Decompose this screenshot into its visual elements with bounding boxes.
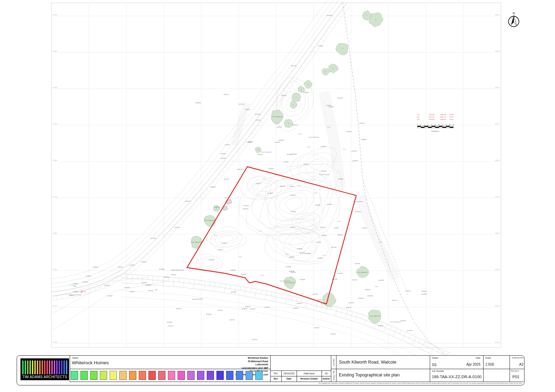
spot-level: 133.38: [328, 204, 332, 205]
colour-swatch: [255, 371, 263, 380]
revision-value: P01: [512, 375, 519, 379]
logo-bar: [32, 360, 33, 374]
spot-level: 136.33: [305, 92, 309, 93]
client-label: Client:: [72, 357, 79, 359]
logo-bar: [49, 360, 50, 374]
vegetation-label: Dense Vegetation: [280, 280, 290, 282]
job-ref-vertical-label: Job Ref.: [331, 356, 336, 369]
colour-swatch: [158, 371, 165, 380]
colour-swatch: [207, 371, 214, 380]
spot-level: 134.58: [210, 259, 214, 261]
spot-level: 135.45: [353, 150, 357, 152]
spot-level: 136.37: [319, 258, 323, 259]
contour-value-label: 136.5: [298, 133, 302, 135]
north-arrow-icon: N: [509, 11, 519, 27]
station-northing: 283846.441: [440, 119, 446, 120]
contour-line: [198, 256, 218, 269]
spot-level: 138.44: [270, 168, 274, 169]
spot-level: 132.22: [407, 290, 411, 292]
spot-level: 138.84: [290, 256, 294, 258]
tree: [336, 43, 348, 55]
spot-level: 134.31: [317, 242, 321, 243]
contour-value-label: 135.5: [263, 178, 266, 179]
spot-level: 131.77: [393, 300, 398, 301]
spot-level: 137.81: [335, 227, 339, 229]
spot-level: 134.89: [287, 266, 291, 268]
spot-level: 131.88: [232, 291, 236, 293]
spot-level: 138.69: [301, 252, 305, 254]
colour-swatch: [129, 371, 136, 380]
spot-level: 136.43: [256, 114, 260, 115]
spot-level: 133.22: [168, 322, 172, 323]
spot-level: 135.84: [314, 294, 318, 295]
spot-level: 139.30: [119, 267, 123, 268]
logo-bar: [46, 360, 48, 374]
trees: Dense VegetationDense VegetationDense Ve…: [191, 11, 383, 323]
drwg-title-vertical-text: Drwg. Title: [333, 370, 335, 380]
logo-bar: [29, 360, 31, 374]
size-value: A2: [510, 363, 523, 366]
drawing-title: Existing Topographical site plan: [339, 368, 400, 382]
scale-tick-label: 4: [424, 124, 425, 125]
logo-rainbow-bars-icon: [22, 360, 67, 374]
logo-bar: [34, 360, 36, 374]
spot-level: 130.39: [318, 299, 323, 301]
spot-level: 132.56: [408, 330, 412, 331]
grid-northing-label: 284200: [495, 14, 500, 16]
scale-bar-label: Scale Bar m: [432, 130, 439, 132]
field-boundary-dashed: [343, 3, 451, 358]
spot-level: 132.42: [347, 307, 351, 308]
contour-line: [290, 147, 337, 184]
revision-date: 29/04/2025: [281, 372, 297, 375]
job-ref-value: South Kilworth Road, Walcote: [339, 356, 396, 369]
scale-tick-label: 18: [449, 124, 451, 125]
map-generated-layers: 2842002842002841002841002840002840002839…: [50, 0, 501, 374]
date-label: Date: [451, 357, 480, 359]
spot-level: 137.42: [339, 273, 343, 274]
colour-swatch: [168, 371, 175, 380]
logo-bar: [22, 360, 24, 374]
grid-northing-label: 283500: [53, 269, 58, 270]
spot-level: 136.88: [281, 186, 285, 187]
grid-northing-label: 283300: [53, 341, 58, 343]
station-id: CS3: [417, 119, 419, 120]
scale-label: Scale: [485, 357, 491, 359]
colour-swatch: [139, 371, 146, 380]
grass-label: Grass: [297, 185, 301, 186]
logo-bar: [37, 360, 38, 374]
logo-bar: [63, 360, 65, 374]
spot-level: 134.37: [291, 186, 295, 187]
station-northing: 283877.732: [440, 116, 446, 118]
job-ref-vertical-text: Job Ref.: [333, 358, 335, 366]
spot-level: 133.03: [143, 282, 147, 284]
copyright-note: The copyright of this drawing is vested …: [238, 382, 522, 384]
spot-level: 130.98: [423, 294, 427, 295]
grid-northing-label: 284100: [53, 50, 58, 52]
spot-level: 134.06: [160, 269, 164, 270]
spot-level: 132.93: [257, 120, 261, 121]
colour-swatch-strip: [71, 371, 270, 380]
spot-level: 140.53: [186, 201, 190, 202]
contour-line: [306, 159, 323, 173]
spot-level: 138.19: [288, 154, 292, 155]
spot-level: 134.74: [244, 208, 248, 210]
spot-level: 131.36: [366, 289, 370, 290]
spot-level: 136.76: [291, 227, 295, 228]
spot-level: 130.14: [332, 333, 336, 335]
spot-level: 139.60: [222, 158, 226, 159]
logo-bar: [66, 360, 67, 374]
colour-swatch: [90, 371, 97, 380]
station-easting: 457536.874: [429, 119, 435, 120]
spot-level: 132.02: [278, 127, 282, 128]
grid-northing-label: 284000: [53, 87, 58, 88]
spot-level: 131.09: [315, 327, 319, 329]
title-block: TIM ADAMS ARCHITECTS Client: Whiterock H…: [17, 355, 524, 385]
road-name-label: South Kilworth Rd: [171, 269, 184, 271]
contour-value-label: 133.0: [379, 242, 382, 243]
manhole-label: MH: [155, 289, 157, 291]
spot-level: 135.49: [225, 178, 229, 180]
grid-northing-label: 284000: [495, 87, 500, 88]
logo-bar: [61, 360, 62, 374]
spot-level: 135.86: [307, 253, 311, 254]
vegetation-label: Dense Vegetation: [357, 272, 368, 273]
